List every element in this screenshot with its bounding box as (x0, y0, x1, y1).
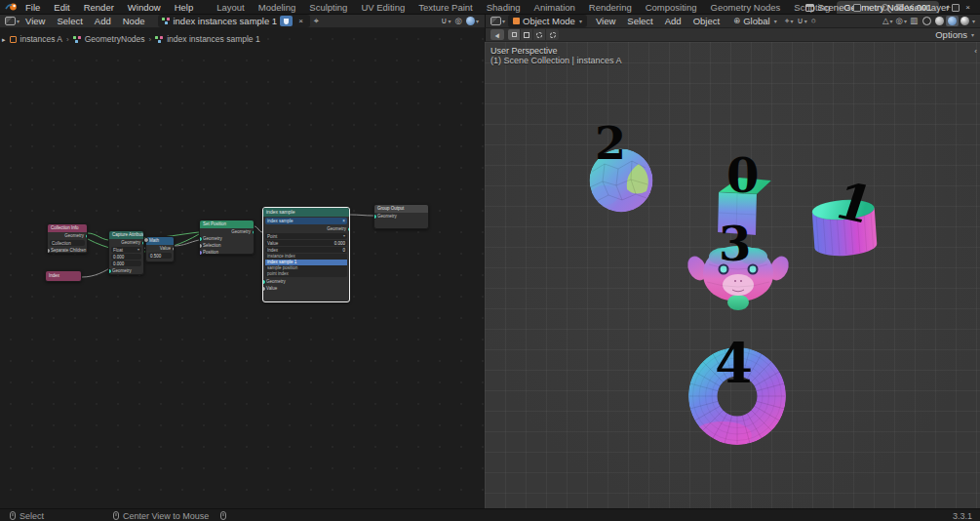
socket-value-out[interactable] (173, 247, 175, 251)
value-field[interactable]: Value0.000 (265, 240, 347, 246)
tab-texture-paint[interactable]: Texture Paint (412, 1, 479, 14)
menu-node[interactable]: Node (117, 16, 151, 26)
menu-select[interactable]: Select (51, 16, 88, 26)
viewport-canvas[interactable]: User Perspective (1) Scene Collection | … (485, 42, 980, 508)
new-view-layer-icon[interactable] (952, 4, 960, 12)
menu-select[interactable]: Select (621, 16, 658, 26)
tab-compositing[interactable]: Compositing (639, 1, 704, 14)
node-collection-info[interactable]: Collection Info Geometry Collection Sepa… (47, 223, 88, 254)
search-icon[interactable] (882, 4, 888, 11)
close-icon[interactable]: × (342, 219, 345, 223)
show-gizmo-icon[interactable]: △ (882, 17, 889, 25)
list-item[interactable]: point index (265, 271, 347, 277)
tab-layout[interactable]: Layout (210, 1, 252, 14)
select-box-button[interactable] (521, 29, 533, 40)
select-circle-button[interactable] (533, 29, 546, 40)
value-field[interactable]: 0.500 (148, 253, 172, 259)
domain-menu[interactable]: Point▾ (265, 233, 347, 239)
socket-in[interactable] (48, 249, 50, 253)
menu-add[interactable]: Add (89, 16, 117, 26)
index-field[interactable]: Index0 (265, 247, 347, 253)
socket-value-in[interactable] (263, 287, 265, 291)
proportional-editing-icon[interactable]: ○ (811, 17, 816, 25)
pin-icon[interactable]: ⌖ (314, 17, 319, 25)
node-index[interactable]: Index (45, 270, 82, 282)
editor-type-icon[interactable] (490, 17, 501, 25)
tab-modeling[interactable]: Modeling (252, 1, 303, 14)
select-lasso-button[interactable] (546, 29, 559, 40)
socket-selection-in[interactable] (200, 244, 202, 248)
socket-geometry-in[interactable] (109, 269, 111, 273)
view-layer-selector[interactable]: ▤ ViewLayer × (892, 2, 976, 13)
socket-geometry-out[interactable] (86, 234, 88, 238)
node-title[interactable]: Capture Attribute (109, 231, 143, 239)
active-tool-button[interactable]: ▶ (490, 29, 504, 40)
index-label-icosphere[interactable]: 2 (595, 121, 626, 166)
node-title[interactable]: Collection Info (48, 224, 87, 232)
menu-window[interactable]: Window (121, 0, 168, 15)
socket-geometry-out[interactable] (253, 230, 255, 234)
node-set-position[interactable]: Set Position Geometry Geometry Selection… (199, 220, 255, 255)
chevron-down-icon[interactable]: ▾ (972, 19, 975, 24)
overlays-icon[interactable]: ◎ (896, 17, 903, 25)
chevron-down-icon[interactable]: ▾ (791, 19, 794, 24)
transform-orientation-dropdown[interactable]: ⊕ Global ▾ (728, 15, 782, 27)
index-label-monkey[interactable]: 3 (719, 220, 751, 267)
node-capture-attribute[interactable]: Capture Attribute Geometry Float▾ 0.000 … (108, 230, 144, 275)
chevron-down-icon[interactable]: ▾ (804, 19, 807, 24)
value-field[interactable]: 0.000 (111, 260, 141, 266)
index-label-torus[interactable]: 4 (715, 336, 753, 390)
node-tree-name[interactable]: index instances sample 1 (173, 16, 277, 26)
chevron-down-icon[interactable]: ▾ (449, 19, 451, 24)
chevron-down-icon[interactable]: ▾ (476, 19, 479, 24)
tab-sculpting[interactable]: Sculpting (302, 1, 354, 14)
mode-dropdown[interactable]: Object Mode ▾ (508, 15, 587, 27)
menu-view[interactable]: View (20, 16, 51, 26)
index-label-cube[interactable]: 0 (726, 152, 759, 199)
shading-solid-button[interactable] (933, 16, 946, 26)
unlink-scene-button[interactable]: × (864, 3, 875, 12)
datablock-name-field[interactable]: index sample× (265, 218, 347, 224)
chevron-down-icon[interactable]: ▾ (502, 19, 505, 24)
socket-geometry-in[interactable] (374, 215, 376, 219)
chevron-down-icon[interactable]: ▾ (847, 5, 850, 11)
menu-edit[interactable]: Edit (47, 0, 76, 15)
overlays-icon[interactable]: ◎ (455, 17, 462, 25)
node-title[interactable]: Group Output (374, 205, 428, 213)
tab-shading[interactable]: Shading (480, 1, 528, 14)
socket-geometry-out[interactable] (142, 241, 144, 245)
editor-type-icon[interactable] (5, 17, 16, 25)
tab-rendering[interactable]: Rendering (582, 1, 639, 14)
chevron-down-icon[interactable]: ▾ (971, 32, 974, 38)
shading-wireframe-button[interactable] (921, 16, 933, 26)
data-type-menu[interactable]: Float▾ (111, 247, 141, 253)
socket-geometry-in[interactable] (263, 280, 265, 284)
menu-render[interactable]: Render (77, 0, 121, 15)
unlink-node-tree-button[interactable]: × (295, 17, 306, 25)
select-tweak-button[interactable] (508, 29, 521, 40)
collection-field[interactable]: Collection (50, 240, 85, 246)
menu-file[interactable]: File (19, 0, 47, 15)
node-title[interactable]: index sample (263, 208, 349, 217)
node-title[interactable]: Index (46, 271, 81, 281)
tab-geometry-nodes[interactable]: Geometry Nodes (704, 1, 788, 14)
node-index-sample-selected[interactable]: index sample index sample× Geometry Poin… (262, 207, 350, 302)
scene-name[interactable]: Scene (817, 2, 843, 13)
new-scene-icon[interactable] (853, 4, 861, 12)
shading-material-preview-button[interactable] (946, 16, 959, 26)
socket-geometry-out[interactable] (348, 227, 350, 231)
node-editor-canvas[interactable]: ▸ instances A › GeometryNodes › index in… (0, 28, 485, 508)
remove-view-layer-button[interactable]: × (962, 3, 973, 12)
socket-position-in[interactable] (200, 251, 202, 255)
menu-add[interactable]: Add (659, 16, 687, 26)
scene-selector[interactable]: Scene ▾ × (803, 2, 878, 13)
chevron-down-icon[interactable]: ▾ (890, 19, 893, 24)
blender-logo[interactable] (5, 2, 19, 12)
chevron-down-icon[interactable]: ▾ (904, 19, 907, 24)
node-title[interactable]: Set Position (200, 220, 254, 228)
value-field[interactable]: 0.000 (111, 254, 141, 260)
menu-view[interactable]: View (590, 16, 621, 26)
menu-help[interactable]: Help (168, 0, 201, 15)
tab-uv-editing[interactable]: UV Editing (354, 1, 412, 14)
pivot-point-icon[interactable]: ⌖ (785, 17, 790, 25)
